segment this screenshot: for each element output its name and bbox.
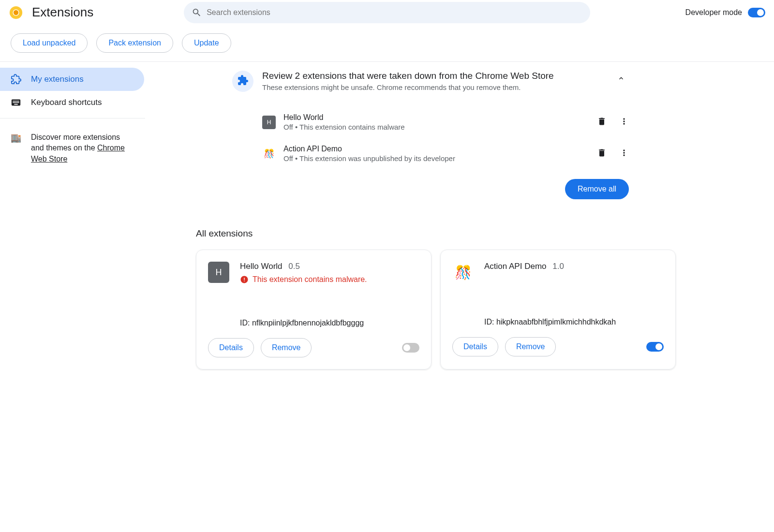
extension-enable-toggle[interactable] bbox=[646, 342, 664, 352]
review-title: Review 2 extensions that were taken down… bbox=[262, 71, 605, 81]
remove-all-button[interactable]: Remove all bbox=[565, 179, 629, 199]
pack-extension-button[interactable]: Pack extension bbox=[96, 33, 173, 53]
extension-version: 1.0 bbox=[552, 262, 564, 271]
extension-id: ID: nflknpiinlpjkfbnennojakldbfbgggg bbox=[240, 319, 419, 327]
extension-card: 🎊 Action API Demo 1.0 ID: hikpknaabfbhlf… bbox=[440, 250, 676, 369]
remove-button[interactable]: Remove bbox=[505, 337, 556, 356]
extension-emoji-icon: 🎊 bbox=[262, 147, 276, 161]
review-item: H Hello World Off • This extension conta… bbox=[262, 106, 629, 138]
puzzle-icon bbox=[237, 74, 249, 88]
all-extensions-title: All extensions bbox=[196, 228, 676, 239]
more-vert-icon bbox=[619, 148, 629, 158]
review-subtitle: These extensions might be unsafe. Chrome… bbox=[262, 83, 605, 91]
trash-icon bbox=[597, 148, 607, 158]
extension-name: Action API Demo bbox=[484, 262, 547, 271]
more-vert-icon bbox=[619, 117, 629, 126]
review-item-status: Off • This extension was unpublished by … bbox=[283, 154, 589, 163]
sidebar-divider bbox=[0, 118, 145, 118]
sidebar-item-my-extensions[interactable]: My extensions bbox=[0, 68, 144, 91]
review-panel: Review 2 extensions that were taken down… bbox=[232, 71, 629, 199]
extension-letter-icon: H bbox=[262, 116, 276, 129]
details-button[interactable]: Details bbox=[452, 337, 498, 356]
delete-button[interactable] bbox=[597, 148, 607, 160]
extension-id: ID: hikpknaabfbhlfjpimlkmichhdhkdkah bbox=[484, 318, 664, 326]
search-icon bbox=[192, 7, 202, 18]
error-icon bbox=[240, 275, 249, 284]
developer-toolbar: Load unpacked Pack extension Update bbox=[0, 25, 774, 62]
trash-icon bbox=[597, 117, 607, 126]
review-item-name: Hello World bbox=[283, 113, 589, 122]
extension-card: H Hello World 0.5 This extension contain… bbox=[196, 250, 432, 369]
details-button[interactable]: Details bbox=[208, 338, 254, 357]
remove-button[interactable]: Remove bbox=[261, 338, 312, 357]
review-item: 🎊 Action API Demo Off • This extension w… bbox=[262, 138, 629, 169]
more-options-button[interactable] bbox=[619, 117, 629, 128]
review-item-name: Action API Demo bbox=[283, 145, 589, 153]
extension-emoji-icon: 🎊 bbox=[452, 262, 474, 283]
svg-point-2 bbox=[14, 10, 18, 15]
extension-name: Hello World bbox=[240, 262, 283, 271]
review-panel-header[interactable]: Review 2 extensions that were taken down… bbox=[232, 71, 629, 92]
sidebar-item-keyboard-shortcuts[interactable]: Keyboard shortcuts bbox=[0, 91, 145, 114]
extension-letter-icon: H bbox=[208, 262, 229, 283]
developer-mode-toggle[interactable] bbox=[748, 8, 765, 17]
keyboard-icon bbox=[11, 97, 21, 108]
update-button[interactable]: Update bbox=[182, 33, 231, 53]
extension-version: 0.5 bbox=[288, 262, 300, 271]
chevron-up-icon[interactable] bbox=[613, 71, 629, 88]
load-unpacked-button[interactable]: Load unpacked bbox=[11, 33, 88, 53]
delete-button[interactable] bbox=[597, 117, 607, 128]
sidebar-item-label: My extensions bbox=[31, 74, 84, 84]
more-options-button[interactable] bbox=[619, 148, 629, 160]
chrome-web-store-icon: 🏬 bbox=[11, 132, 21, 164]
page-title: Extensions bbox=[32, 5, 93, 20]
extension-icon bbox=[11, 74, 21, 85]
extension-warning-text: This extension contains malware. bbox=[253, 275, 367, 284]
extension-warning: This extension contains malware. bbox=[240, 275, 419, 284]
chrome-logo-icon bbox=[9, 5, 23, 20]
extension-enable-toggle[interactable] bbox=[402, 343, 419, 353]
developer-mode-label: Developer mode bbox=[685, 8, 742, 17]
discover-section: 🏬 Discover more extensions and themes on… bbox=[0, 122, 145, 174]
review-item-status: Off • This extension contains malware bbox=[283, 123, 589, 131]
search-input[interactable] bbox=[207, 8, 582, 17]
sidebar-item-label: Keyboard shortcuts bbox=[31, 98, 102, 107]
